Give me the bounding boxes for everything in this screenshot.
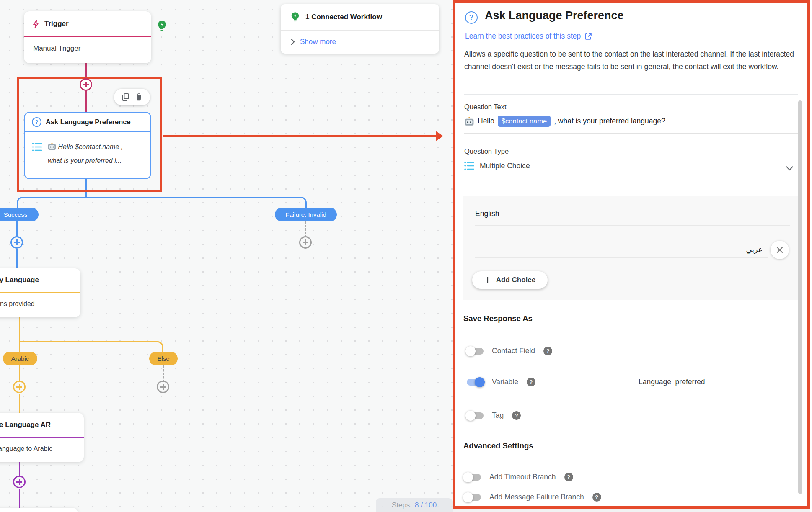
panel-scrollbar[interactable] — [798, 100, 802, 494]
branch-failure-label: Failure: Invalid — [285, 211, 326, 218]
variable-label: Variable — [492, 378, 518, 386]
update-language-node[interactable]: e Language AR anguage to Arabic — [0, 413, 84, 462]
connector-success-2 — [16, 249, 18, 268]
lightbulb-icon — [291, 12, 300, 23]
branch-success-label: Success — [4, 211, 28, 218]
connector-arabic-2 — [19, 394, 20, 413]
ask-node-title: Ask Language Preference — [46, 118, 131, 126]
remove-choice-button[interactable] — [771, 241, 789, 259]
help-icon[interactable] — [512, 411, 521, 420]
external-link-icon — [584, 33, 592, 40]
trash-icon[interactable] — [136, 93, 142, 101]
chevron-down-icon[interactable] — [786, 166, 793, 171]
branch-else-label: Else — [157, 355, 169, 362]
contact-field-toggle[interactable] — [467, 348, 484, 355]
variable-toggle[interactable] — [467, 379, 484, 386]
message-failure-branch-toggle[interactable] — [464, 494, 481, 501]
list-icon — [32, 142, 42, 167]
add-step-button-success[interactable] — [10, 236, 23, 249]
question-type-underline — [464, 179, 798, 179]
choice-input-1[interactable]: English — [475, 209, 499, 218]
connector-else — [163, 365, 164, 382]
question-mark-icon — [32, 117, 41, 127]
connector-failure — [305, 221, 306, 237]
question-suffix: , what is your preferred language? — [554, 117, 665, 126]
branch-arabic-pill[interactable]: Arabic — [3, 352, 37, 365]
contact-field-label: Contact Field — [492, 347, 535, 355]
add-step-button-failure[interactable] — [299, 236, 312, 249]
split-node-subtitle: ns provided — [0, 300, 35, 308]
split-by-language-node[interactable]: by Language ns provided — [0, 268, 80, 317]
panel-bottom-gap — [453, 509, 810, 512]
tag-toggle[interactable] — [467, 412, 484, 419]
connector-blue-bracket — [17, 197, 307, 208]
add-step-button-purple[interactable] — [13, 476, 26, 488]
tag-label: Tag — [492, 411, 504, 420]
question-text-underline — [464, 133, 798, 134]
workflow-canvas[interactable]: Trigger Manual Trigger — [0, 0, 455, 512]
list-icon — [464, 161, 474, 170]
steps-label: Steps: — [392, 501, 412, 509]
annotation-arrow — [163, 135, 437, 137]
add-step-button-top[interactable] — [80, 78, 92, 91]
ask-step-node[interactable]: Ask Language Preference — [24, 112, 151, 179]
choice-1-underline — [475, 225, 790, 226]
trigger-node-title: Trigger — [44, 20, 69, 28]
ask-node-preview-line1: Hello $contact.name , — [58, 143, 123, 150]
question-text-label: Question Text — [464, 103, 507, 111]
split-node-title: by Language — [0, 276, 39, 284]
robot-icon — [464, 117, 474, 126]
timeout-branch-toggle[interactable] — [464, 474, 481, 481]
help-icon[interactable] — [543, 347, 552, 355]
connector-ask-down — [85, 179, 87, 198]
connector-arabic-1 — [19, 365, 20, 382]
choice-2-underline — [475, 257, 768, 258]
timeout-branch-row: Add Timeout Branch — [464, 473, 573, 481]
add-choice-label: Add Choice — [496, 276, 535, 284]
copy-icon[interactable] — [122, 93, 129, 101]
panel-title: Ask Language Preference — [485, 9, 624, 22]
question-type-label: Question Type — [464, 147, 509, 155]
help-icon[interactable] — [564, 473, 573, 481]
divider — [464, 94, 798, 95]
question-prefix: Hello — [478, 117, 494, 126]
message-failure-branch-label: Add Message Failure Branch — [489, 493, 584, 502]
add-choice-button[interactable]: Add Choice — [472, 271, 548, 289]
connected-workflow-title: 1 Connected Workflow — [305, 13, 382, 21]
learn-best-practices-link[interactable]: Learn the best practices of this step — [465, 32, 592, 41]
lightbulb-icon[interactable] — [157, 20, 167, 33]
timeout-branch-label: Add Timeout Branch — [489, 473, 556, 481]
add-step-button-else[interactable] — [157, 381, 169, 393]
trigger-node-subtitle: Manual Trigger — [24, 37, 151, 60]
learn-link-label: Learn the best practices of this step — [465, 32, 581, 41]
question-type-value: Multiple Choice — [480, 162, 530, 170]
variable-name-input[interactable]: Language_preferred — [639, 378, 705, 386]
contact-name-variable-chip[interactable]: $contact.name — [498, 116, 551, 127]
update-node-title: e Language AR — [0, 421, 51, 429]
help-icon[interactable] — [527, 378, 535, 386]
connected-workflow-card: 1 Connected Workflow Show more — [281, 4, 439, 54]
steps-counter: Steps: 8 / 100 — [376, 498, 453, 512]
branch-success-pill[interactable]: Success — [0, 208, 39, 221]
variable-input-underline — [639, 393, 792, 393]
question-text-input[interactable]: Hello $contact.name , what is your prefe… — [464, 116, 665, 127]
plus-icon — [484, 277, 491, 283]
connector-purple-2 — [19, 489, 20, 508]
connector-success — [16, 221, 18, 237]
close-icon — [776, 247, 783, 253]
question-type-select[interactable]: Multiple Choice — [464, 161, 530, 170]
branch-failure-pill[interactable]: Failure: Invalid — [275, 208, 337, 221]
help-icon[interactable] — [592, 493, 601, 502]
workflow-builder: Trigger Manual Trigger — [0, 0, 812, 512]
trigger-node[interactable]: Trigger Manual Trigger — [24, 11, 151, 63]
variable-row: Variable — [467, 378, 535, 386]
update-node-subtitle: anguage to Arabic — [0, 445, 52, 453]
node-toolbar — [114, 89, 150, 105]
choice-input-2[interactable]: عربي — [737, 245, 763, 254]
branch-else-pill[interactable]: Else — [149, 352, 178, 365]
robot-icon — [48, 142, 56, 154]
show-more-link[interactable]: Show more — [300, 38, 336, 46]
bottom-partial-node[interactable] — [0, 508, 78, 512]
step-description: Allows a specific question to be sent to… — [464, 48, 796, 73]
add-step-button-arabic[interactable] — [13, 381, 26, 393]
